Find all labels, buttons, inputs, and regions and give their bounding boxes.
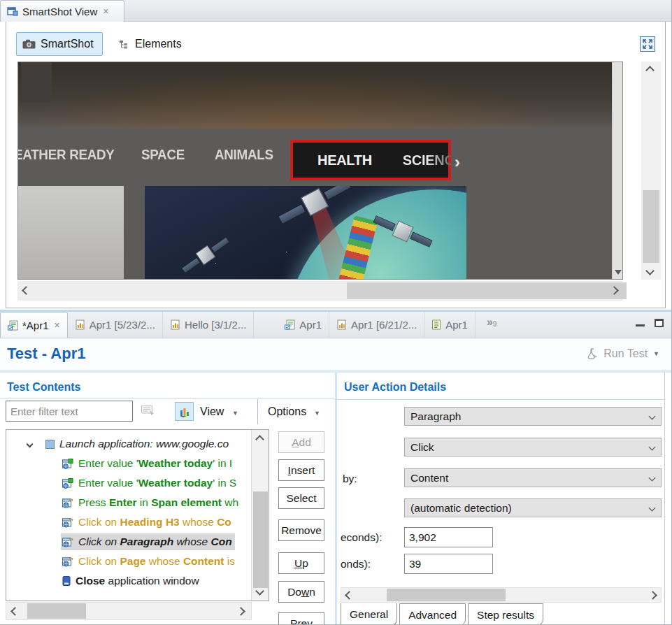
smartshot-button-label: SmartShot [41, 38, 94, 50]
editor-tab-label: Apr1 [5/23/2... [90, 319, 155, 331]
identify-by-label: by: [343, 473, 357, 485]
test-step-text: Click on Page whose Content is [78, 555, 235, 568]
scroll-right-icon[interactable] [648, 591, 657, 600]
test-step-text: Close application window [76, 575, 199, 587]
editor-tabs: *Apr1×Apr1 [5/23/2...Hello [3/1/2...Apr1… [0, 312, 476, 338]
editor-tab-apr1[interactable]: Apr1 [424, 312, 476, 338]
elements-mode-button[interactable]: Elements [113, 32, 189, 56]
editor-tab-hello--3-1-2---[interactable]: Hello [3/1/2... [163, 312, 254, 338]
run-test-button[interactable]: Run Test ▼ [587, 347, 659, 360]
scrollbar-thumb[interactable] [643, 190, 659, 263]
test-step-row[interactable]: Press Enter in Span element wh [6, 493, 252, 512]
hidden-editors-indicator[interactable]: » 9 [487, 312, 496, 338]
think-time-input[interactable] [404, 554, 493, 574]
details-tab-bar: GeneralAdvancedStep results [341, 603, 545, 625]
chevron-down-icon[interactable]: ▼ [314, 410, 320, 417]
chevron-down-icon[interactable]: ▼ [653, 350, 659, 357]
details-tab-advanced[interactable]: Advanced [399, 603, 466, 625]
enter-icon [62, 459, 73, 469]
panel-separator[interactable] [335, 373, 337, 625]
prev-button[interactable]: Prev [278, 612, 324, 625]
chevron-down-icon[interactable]: ▼ [232, 410, 238, 417]
scroll-left-icon[interactable] [22, 286, 31, 295]
webpage-content-block [18, 186, 124, 280]
test-icon [8, 320, 18, 331]
editor-tab-label: Apr1 [6/21/2... [351, 319, 417, 331]
tree-vertical-scrollbar[interactable] [251, 430, 269, 601]
test-step-row[interactable]: Click on Heading H3 whose Co [6, 512, 252, 532]
editor-tab-apr1[interactable]: Apr1 [278, 312, 329, 338]
scroll-down-icon[interactable] [255, 587, 264, 596]
scroll-up-icon[interactable] [645, 66, 655, 75]
scrollbar-thumb[interactable] [27, 603, 86, 619]
captured-screenshot: EATHER READY SPACE ANIMALS HEALTH SCIENC… [17, 62, 623, 280]
double-chevron-icon: » [487, 316, 493, 329]
scrollbar-thumb[interactable] [253, 491, 268, 588]
test-step-row[interactable]: Enter value 'Weather today' in I [6, 454, 252, 473]
test-contents-header: Test Contents [7, 381, 80, 394]
editor-tab-label: *Apr1 [22, 319, 49, 331]
scrollbar-thumb[interactable] [387, 589, 506, 601]
maximize-view-button[interactable] [640, 36, 655, 52]
satellite-illustration [145, 186, 466, 280]
editor-tab-label: Hello [3/1/2... [185, 319, 246, 331]
test-step-row[interactable]: Click on Page whose Content is [6, 552, 252, 571]
editor-tab-label: Apr1 [299, 319, 322, 331]
filter-input[interactable] [6, 401, 133, 422]
close-icon[interactable]: × [55, 320, 60, 330]
editor-tab-apr1--6-21-2---[interactable]: Apr1 [6/21/2... [329, 312, 424, 338]
test-step-row[interactable]: Click on Paragraph whose Con [6, 532, 252, 552]
scroll-right-icon[interactable] [236, 607, 245, 616]
editor-tab-apr1--5-23-2---[interactable]: Apr1 [5/23/2... [68, 312, 163, 338]
elements-button-label: Elements [135, 38, 182, 50]
chevron-down-icon [649, 475, 656, 482]
insert-button[interactable]: Insert [278, 459, 324, 481]
nav-item: EATHER READY [17, 147, 115, 163]
element-type-select[interactable]: Paragraph [404, 407, 662, 426]
identify-by-select[interactable]: Content [404, 468, 662, 487]
user-action-details-header: User Action Details [344, 381, 446, 394]
test-step-row[interactable]: Enter value 'Weather today' in S [6, 473, 252, 493]
timeout-input[interactable] [404, 527, 493, 547]
scroll-left-icon[interactable] [10, 607, 20, 616]
scroll-up-icon[interactable] [255, 435, 264, 444]
scroll-left-icon[interactable] [345, 591, 354, 600]
up-button[interactable]: Up [278, 552, 324, 574]
options-menu-button[interactable]: Options [268, 405, 306, 418]
view-vertical-scrollbar[interactable] [641, 62, 661, 280]
minimize-icon[interactable] [636, 324, 645, 326]
test-step-text: Enter value 'Weather today' in I [78, 457, 232, 470]
enter-icon [62, 478, 73, 489]
filter-settings-icon[interactable] [141, 405, 155, 417]
smartshot-mode-button[interactable]: SmartShot [16, 32, 103, 56]
action-icon [62, 517, 73, 528]
action-icon [62, 498, 73, 508]
close-icon[interactable]: × [103, 6, 108, 16]
test-step-text: Enter value 'Weather today' in S [78, 477, 236, 489]
nav-item-highlighted: SCIENC [403, 152, 455, 168]
expander-chevron-icon[interactable] [27, 441, 34, 448]
view-horizontal-scrollbar[interactable] [17, 281, 623, 301]
details-tab-general[interactable]: General [341, 603, 397, 625]
close-icon [62, 576, 71, 586]
view-menu-button[interactable]: View [200, 405, 224, 418]
maximize-icon[interactable] [655, 319, 664, 327]
view-mode-toggle-button[interactable] [175, 402, 194, 421]
scroll-down-icon[interactable] [645, 266, 655, 275]
subitem-select[interactable]: (automatic detection) [404, 498, 662, 517]
smartshot-highlight-box: HEALTH SCIENC [290, 140, 451, 180]
details-horizontal-scrollbar[interactable] [341, 587, 662, 603]
scrollbar-thumb[interactable] [347, 282, 627, 299]
down-button[interactable]: Down [278, 581, 324, 603]
tree-horizontal-scrollbar[interactable] [6, 602, 252, 620]
action-select[interactable]: Click [404, 438, 662, 457]
subitem-value: (automatic detection) [410, 502, 512, 515]
test-step-row[interactable]: Launch application: www.google.co [6, 434, 252, 454]
test-step-row[interactable]: Close application window [6, 571, 252, 591]
details-tab-step-results[interactable]: Step results [468, 603, 543, 625]
remove-button[interactable]: Remove [278, 519, 324, 541]
test-steps-tree: Launch application: www.google.coEnter v… [6, 429, 269, 601]
editor-tab--apr1[interactable]: *Apr1× [0, 312, 68, 338]
select-button[interactable]: Select [278, 487, 324, 509]
view-tab-smartshot-view[interactable]: SmartShot View × [0, 0, 124, 22]
